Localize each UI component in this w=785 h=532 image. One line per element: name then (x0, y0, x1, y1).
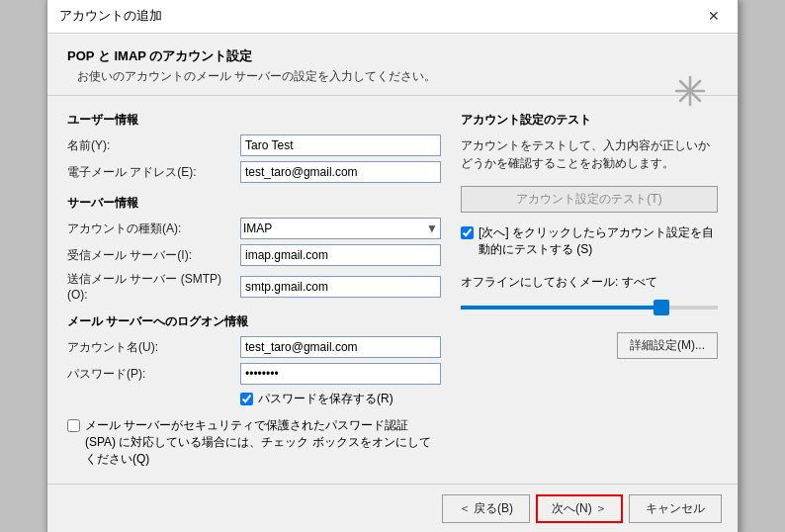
server-info-title: サーバー情報 (67, 195, 441, 212)
header-title: POP と IMAP のアカウント設定 (67, 47, 718, 65)
header-icon (672, 73, 708, 116)
close-button[interactable]: ✕ (702, 7, 726, 25)
password-row: パスワード(P): (67, 363, 441, 385)
account-type-value: IMAP (243, 222, 272, 235)
outgoing-row: 送信メール サーバー (SMTP)(O): (67, 271, 441, 302)
dialog-header-wrapper: POP と IMAP のアカウント設定 お使いのアカウントのメール サーバーの設… (47, 34, 738, 96)
dialog-body: ユーザー情報 名前(Y): 電子メール アドレス(E): サーバー情報 アカウン… (47, 96, 738, 484)
auto-test-label[interactable]: [次へ] をクリックしたらアカウント設定を自動的にテストする (S) (479, 224, 718, 258)
detail-settings-button[interactable]: 詳細設定(M)... (617, 332, 718, 359)
next-button[interactable]: 次へ(N) ＞ (536, 494, 623, 523)
offline-row: オフラインにしておくメール: すべて (461, 274, 718, 291)
cancel-button[interactable]: キャンセル (629, 494, 722, 523)
save-password-checkbox[interactable] (240, 393, 253, 405)
name-label: 名前(Y): (67, 137, 240, 154)
email-label: 電子メール アドレス(E): (67, 164, 240, 181)
test-account-button[interactable]: アカウント設定のテスト(T) (461, 186, 718, 213)
select-arrow-icon: ▼ (426, 222, 438, 235)
auto-test-row: [次へ] をクリックしたらアカウント設定を自動的にテストする (S) (461, 224, 718, 258)
offline-label: オフラインにしておくメール: すべて (461, 274, 657, 291)
back-button[interactable]: ＜ 戻る(B) (442, 494, 530, 523)
incoming-label: 受信メール サーバー(I): (67, 247, 240, 264)
left-panel: ユーザー情報 名前(Y): 電子メール アドレス(E): サーバー情報 アカウン… (67, 112, 441, 468)
dialog-header: POP と IMAP のアカウント設定 お使いのアカウントのメール サーバーの設… (47, 34, 738, 96)
spa-row: メール サーバーがセキュリティで保護されたパスワード認証 (SPA) に対応して… (67, 417, 441, 468)
outgoing-label: 送信メール サーバー (SMTP)(O): (67, 271, 240, 302)
offline-slider[interactable] (461, 306, 718, 310)
spa-checkbox[interactable] (67, 419, 80, 432)
logon-title: メール サーバーへのログオン情報 (67, 313, 441, 330)
save-password-row: パスワードを保存する(R) (240, 391, 441, 407)
email-row: 電子メール アドレス(E): (67, 161, 441, 183)
password-label: パスワード(P): (67, 366, 240, 383)
account-type-label: アカウントの種類(A): (67, 221, 240, 237)
test-section-desc: アカウントをテストして、入力内容が正しいかどうかを確認することをお勧めします。 (461, 136, 718, 172)
auto-test-checkbox[interactable] (461, 226, 474, 239)
account-dialog: アカウントの追加 ✕ POP と IMAP のアカウント設定 お使いのアカウント… (46, 0, 739, 532)
header-subtitle: お使いのアカウントのメール サーバーの設定を入力してください。 (77, 68, 718, 85)
account-name-label: アカウント名(U): (67, 339, 240, 356)
incoming-input[interactable] (240, 244, 441, 266)
save-password-label[interactable]: パスワードを保存する(R) (258, 391, 393, 407)
account-name-row: アカウント名(U): (67, 336, 441, 358)
account-name-input[interactable] (240, 336, 441, 358)
email-input[interactable] (240, 161, 441, 183)
spa-label[interactable]: メール サーバーがセキュリティで保護されたパスワード認証 (SPA) に対応して… (85, 417, 441, 468)
name-row: 名前(Y): (67, 134, 441, 156)
user-info-title: ユーザー情報 (67, 112, 441, 129)
account-type-row: アカウントの種類(A): IMAP ▼ (67, 218, 441, 239)
incoming-row: 受信メール サーバー(I): (67, 244, 441, 266)
title-bar: アカウントの追加 ✕ (47, 0, 738, 34)
account-type-select[interactable]: IMAP ▼ (240, 218, 441, 239)
password-input[interactable] (240, 363, 441, 385)
dialog-title: アカウントの追加 (59, 7, 162, 25)
name-input[interactable] (240, 134, 441, 156)
dialog-footer: ＜ 戻る(B) 次へ(N) ＞ キャンセル (47, 485, 738, 532)
right-panel: アカウント設定のテスト アカウントをテストして、入力内容が正しいかどうかを確認す… (461, 112, 718, 468)
outgoing-input[interactable] (240, 276, 441, 298)
